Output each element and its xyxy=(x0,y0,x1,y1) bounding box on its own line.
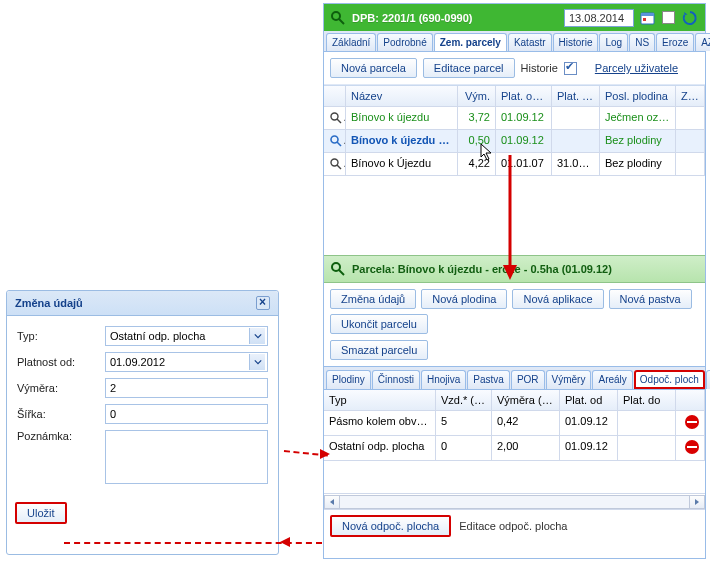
select-typ[interactable]: Ostatní odp. plocha xyxy=(105,326,268,346)
tab-zakladni[interactable]: Základní xyxy=(326,33,376,51)
itab-por[interactable]: POR xyxy=(511,370,545,389)
date-plat-od[interactable]: 01.09.2012 xyxy=(105,352,268,372)
cell-vym: 2,00 xyxy=(492,436,560,461)
ukoncit-parcelu-button[interactable]: Ukončit parcelu xyxy=(330,314,428,334)
col-vym[interactable]: Vým. xyxy=(458,86,496,107)
label-sirka: Šířka: xyxy=(17,408,105,420)
table-row[interactable]: Ostatní odp. plocha 0 2,00 01.09.12 xyxy=(324,436,705,461)
svg-rect-4 xyxy=(643,18,646,21)
tab-eroze[interactable]: Eroze xyxy=(656,33,694,51)
svg-point-9 xyxy=(331,159,338,166)
panel-title: DPB: 2201/1 (690-0990) xyxy=(352,12,472,24)
textarea-poznamka[interactable] xyxy=(105,430,268,484)
annotation-arrow-head-icon xyxy=(280,537,290,547)
cell-do xyxy=(618,411,676,436)
col-plodina[interactable]: Posl. plodina xyxy=(600,86,676,107)
input-sirka[interactable] xyxy=(105,404,268,424)
table-row[interactable]: Bínovo k újezdu - eroze 0,50 01.09.12 Be… xyxy=(324,130,705,153)
tab-podrobne[interactable]: Podrobné xyxy=(377,33,432,51)
nova-pastva-button[interactable]: Nová pastva xyxy=(609,289,692,309)
itab-odpoc-ploch[interactable]: Odpoč. ploch xyxy=(634,370,705,389)
delete-row-icon[interactable] xyxy=(685,415,699,429)
itab-vymery[interactable]: Výměry xyxy=(546,370,592,389)
g2-col-od[interactable]: Plat. od xyxy=(560,390,618,411)
cell-od: 01.09.12 xyxy=(560,411,618,436)
itab-cinnosti[interactable]: Činnosti xyxy=(372,370,420,389)
close-icon[interactable] xyxy=(256,296,270,310)
cell-typ: Pásmo kolem obvod… xyxy=(324,411,436,436)
search-icon xyxy=(330,261,346,277)
tab-historie[interactable]: Historie xyxy=(553,33,599,51)
cell-plod: Ječmen ozimý ví… xyxy=(600,107,676,130)
nova-plodina-button[interactable]: Nová plodina xyxy=(421,289,507,309)
tab-ns[interactable]: NS xyxy=(629,33,655,51)
col-nazev[interactable]: Název xyxy=(346,86,458,107)
nova-parcela-button[interactable]: Nová parcela xyxy=(330,58,417,78)
cell-typ: Ostatní odp. plocha xyxy=(324,436,436,461)
label-poznamka: Poznámka: xyxy=(17,430,105,442)
svg-line-6 xyxy=(337,119,341,123)
dialog-zmena-udaju: Změna údajů Typ: Ostatní odp. plocha Pla… xyxy=(6,290,279,555)
nova-aplikace-button[interactable]: Nová aplikace xyxy=(512,289,603,309)
tab-log[interactable]: Log xyxy=(599,33,628,51)
table-row[interactable]: Bínovo k újezdu 3,72 01.09.12 Ječmen ozi… xyxy=(324,107,705,130)
cell-do: 31.08.12 xyxy=(552,153,600,176)
nova-odpoc-plocha-button[interactable]: Nová odpoč. plocha xyxy=(330,515,451,537)
panel-header: DPB: 2201/1 (690-0990) xyxy=(324,4,705,31)
itab-pastva[interactable]: Pastva xyxy=(467,370,510,389)
cell-do xyxy=(618,436,676,461)
magnifier-icon[interactable] xyxy=(329,134,343,148)
editace-odpoc-label[interactable]: Editace odpoč. plocha xyxy=(459,520,567,532)
delete-row-icon[interactable] xyxy=(685,440,699,454)
itab-arealy[interactable]: Areály xyxy=(592,370,632,389)
scroll-right-icon[interactable] xyxy=(689,495,705,509)
svg-line-1 xyxy=(339,19,344,24)
save-button[interactable]: Uložit xyxy=(15,502,67,524)
itab-ns[interactable]: NS xyxy=(706,370,710,389)
grid2-header: Typ Vzd.* (m) Výměra (ha) Plat. od Plat.… xyxy=(324,390,705,411)
grid2-body: Pásmo kolem obvod… 5 0,42 01.09.12 Ostat… xyxy=(324,411,705,469)
cell-vzd: 5 xyxy=(436,411,492,436)
editace-parcel-button[interactable]: Editace parcel xyxy=(423,58,515,78)
calendar-dd-icon[interactable] xyxy=(249,354,265,370)
magnifier-icon[interactable] xyxy=(329,111,343,125)
parcela-tab-row: Plodiny Činnosti Hnojiva Pastva POR Výmě… xyxy=(324,366,705,390)
g2-col-vzd[interactable]: Vzd.* (m) xyxy=(436,390,492,411)
refresh-icon[interactable] xyxy=(681,9,699,27)
col-plat-od[interactable]: Plat. od xyxy=(496,86,552,107)
g2-col-typ[interactable]: Typ xyxy=(324,390,436,411)
tab-zem-parcely[interactable]: Zem. parcely xyxy=(434,33,507,51)
table-row[interactable]: Pásmo kolem obvod… 5 0,42 01.09.12 xyxy=(324,411,705,436)
magnifier-icon[interactable] xyxy=(329,157,343,171)
bottom-toolbar: Nová odpoč. plocha Editace odpoč. plocha xyxy=(324,509,705,542)
chevron-down-icon[interactable] xyxy=(249,328,265,344)
header-date-input[interactable] xyxy=(564,9,634,27)
svg-point-5 xyxy=(331,113,338,120)
zmena-udaju-button[interactable]: Změna údajů xyxy=(330,289,416,309)
itab-plodiny[interactable]: Plodiny xyxy=(326,370,371,389)
dialog-titlebar[interactable]: Změna údajů xyxy=(7,291,278,316)
label-plat-od: Platnost od: xyxy=(17,356,105,368)
scroll-left-icon[interactable] xyxy=(324,495,340,509)
col-plat-od-text: Plat. od xyxy=(501,90,543,102)
calendar-icon[interactable] xyxy=(640,10,656,26)
cell-od: 01.09.12 xyxy=(560,436,618,461)
tab-azzp[interactable]: AZZP xyxy=(695,33,710,51)
tab-katastr[interactable]: Katastr xyxy=(508,33,552,51)
cell-plod: Bez plodiny xyxy=(600,153,676,176)
col-zakr[interactable]: Zákr. xyxy=(676,86,705,107)
g2-col-vym[interactable]: Výměra (ha) xyxy=(492,390,560,411)
svg-point-0 xyxy=(332,12,340,20)
smazat-parcelu-button[interactable]: Smazat parcelu xyxy=(330,340,428,360)
historie-checkbox[interactable] xyxy=(564,62,577,75)
cell-vzd: 0 xyxy=(436,436,492,461)
g2-col-do[interactable]: Plat. do xyxy=(618,390,676,411)
header-checkbox[interactable] xyxy=(662,11,675,24)
top-tab-row: Základní Podrobné Zem. parcely Katastr H… xyxy=(324,31,705,52)
itab-hnojiva[interactable]: Hnojiva xyxy=(421,370,466,389)
input-vymera[interactable] xyxy=(105,378,268,398)
scroll-track[interactable] xyxy=(340,495,689,509)
parcely-uzivatele-link[interactable]: Parcely uživatele xyxy=(595,62,678,74)
col-plat-do[interactable]: Plat. do xyxy=(552,86,600,107)
horizontal-scrollbar[interactable] xyxy=(324,493,705,509)
